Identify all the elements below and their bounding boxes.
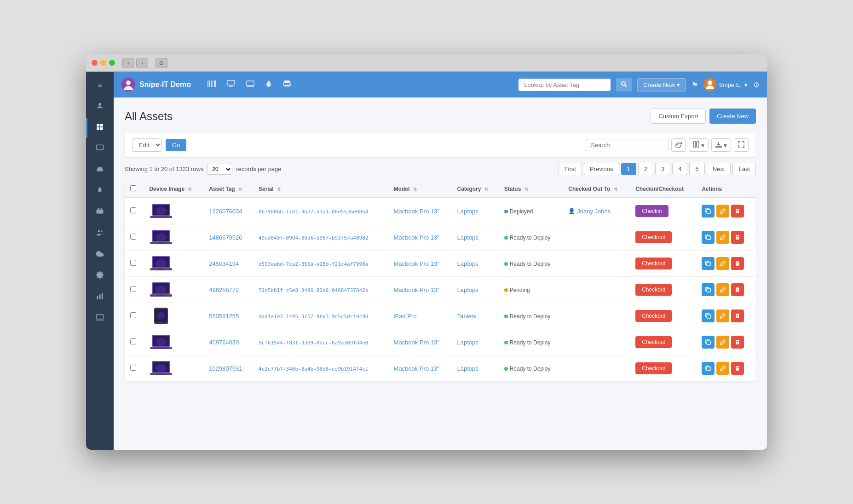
model-link[interactable]: Macbook Pro 13" [394,339,439,346]
device-image-sort-icon[interactable]: ⇅ [188,187,191,192]
asset-tag-link[interactable]: 496258772 [209,286,239,293]
go-button[interactable]: Go [166,139,186,151]
custom-export-button[interactable]: Custom Export [651,109,706,124]
navbar-create-new-button[interactable]: Create New ▾ [637,78,686,92]
category-link[interactable]: Laptops [457,339,478,346]
checked-out-sort-icon[interactable]: ⇅ [614,187,617,192]
sidebar-item-assets[interactable] [86,118,114,138]
columns-button[interactable]: ▾ [689,138,709,152]
checkout-button[interactable]: Checkout [635,231,672,243]
droplet-nav-icon[interactable] [262,78,276,91]
checkout-button[interactable]: Checkout [635,362,672,374]
table-search-input[interactable] [586,139,669,151]
delete-button[interactable] [731,283,744,296]
edit-button[interactable] [716,231,729,244]
row-checkbox[interactable] [130,312,136,318]
first-page-button[interactable]: First [559,163,582,175]
user-link[interactable]: Joany Johns [577,208,611,215]
copy-button[interactable] [702,205,715,218]
share-icon[interactable]: ⚙ [753,80,760,89]
serial-link[interactable]: dda1a103-1495-3c57-9ba3-9d5c5dc19c80 [259,314,368,320]
download-button[interactable]: ▾ [711,138,731,152]
serial-sort-icon[interactable]: ⇅ [277,187,281,192]
serial-link[interactable]: 71d5b81f-c5e8-3496-82d6-04684737842b [259,287,368,293]
next-page-button[interactable]: Next [707,163,731,175]
serial-link[interactable]: 9cf61544-f83f-3309-8dcc-6a9a389fd4e8 [259,340,368,346]
sidebar-item-menu[interactable]: ≡ [86,75,114,96]
model-link[interactable]: Macbook Pro 13" [394,260,439,267]
asset-tag-link[interactable]: 550581255 [209,313,239,320]
close-button[interactable] [92,60,98,66]
category-link[interactable]: Laptops [457,365,478,372]
forward-button[interactable]: › [136,58,148,68]
category-link[interactable]: Laptops [457,234,478,241]
asset-tag-link[interactable]: 1486679526 [209,234,242,241]
copy-button[interactable] [702,309,715,322]
flag-icon[interactable]: ⚑ [692,80,698,89]
asset-tag-link[interactable]: 409764030 [209,339,239,346]
maximize-button[interactable] [109,60,115,66]
copy-button[interactable] [702,336,715,349]
model-link[interactable]: Macbook Pro 13" [394,208,439,215]
delete-button[interactable] [731,231,744,244]
asset-tag-search[interactable] [519,79,611,91]
edit-button[interactable] [716,362,729,375]
copy-button[interactable] [702,257,715,270]
delete-button[interactable] [731,257,744,270]
navbar-search-button[interactable] [616,78,632,92]
sidebar-item-licenses[interactable] [86,139,114,159]
model-link[interactable]: iPad Pro [394,313,417,320]
serial-link[interactable]: d593eabd-7ca2-355a-a28d-f21c4af7998a [259,261,368,267]
model-link[interactable]: Macbook Pro 13" [394,286,439,293]
sidebar-item-components[interactable] [86,202,114,223]
category-link[interactable]: Laptops [457,260,478,267]
copy-button[interactable] [702,231,715,244]
sidebar-item-cloud[interactable] [86,245,114,265]
previous-page-button[interactable]: Previous [584,163,619,175]
sidebar-item-accessories[interactable] [86,160,114,180]
model-link[interactable]: Macbook Pro 13" [394,234,439,241]
page-5-button[interactable]: 5 [689,163,704,175]
refresh-button[interactable] [671,138,686,152]
copy-button[interactable] [702,283,715,296]
copy-button[interactable] [702,362,715,375]
category-link[interactable]: Tablets [457,313,476,320]
checkout-button[interactable]: Checkout [635,336,672,348]
per-page-select[interactable]: 20 50 100 [207,164,232,175]
sidebar-item-consumables[interactable] [86,181,114,201]
row-checkbox[interactable] [130,365,136,371]
checkout-button[interactable]: Checkout [635,284,672,296]
sidebar-item-laptop[interactable] [86,308,114,328]
delete-button[interactable] [731,205,744,218]
row-checkbox[interactable] [130,234,136,240]
create-new-button[interactable]: Create New [709,109,756,124]
bulk-action-select[interactable]: Edit [132,138,162,152]
category-link[interactable]: Laptops [457,286,478,293]
asset-tag-link[interactable]: 1226076034 [209,208,242,215]
serial-link[interactable]: 49cd0487-0994-39d6-b967-b93f57a48982 [259,235,368,241]
serial-link[interactable]: 4c2c77b7-340b-3a4b-98b6-ce9b1914f4c1 [259,366,368,372]
screen-nav-icon[interactable] [242,78,258,91]
edit-button[interactable] [716,336,729,349]
edit-button[interactable] [716,205,729,218]
model-sort-icon[interactable]: ⇅ [413,187,417,192]
delete-button[interactable] [731,309,744,322]
asset-tag-sort-icon[interactable]: ⇅ [238,187,242,192]
page-1-button[interactable]: 1 [621,163,636,175]
row-checkbox[interactable] [130,260,136,266]
page-2-button[interactable]: 2 [638,163,653,175]
delete-button[interactable] [731,362,744,375]
sidebar-item-people[interactable] [86,223,114,244]
row-checkbox[interactable] [130,286,136,292]
barcode-nav-icon[interactable] [204,78,219,91]
checkout-button[interactable]: Checkout [635,258,672,269]
fullscreen-button[interactable] [734,138,749,152]
sidebar-item-settings[interactable] [86,266,114,286]
sidebar-item-dashboard[interactable] [86,97,114,117]
asset-tag-link[interactable]: 245034194 [209,260,239,267]
serial-link[interactable]: 8b7908bb-1101-3b27-a3a1-86d5536e0854 [259,209,368,215]
row-checkbox[interactable] [130,207,136,213]
row-checkbox[interactable] [130,338,136,344]
asset-tag-link[interactable]: 1029807931 [209,365,242,372]
edit-button[interactable] [716,309,729,322]
